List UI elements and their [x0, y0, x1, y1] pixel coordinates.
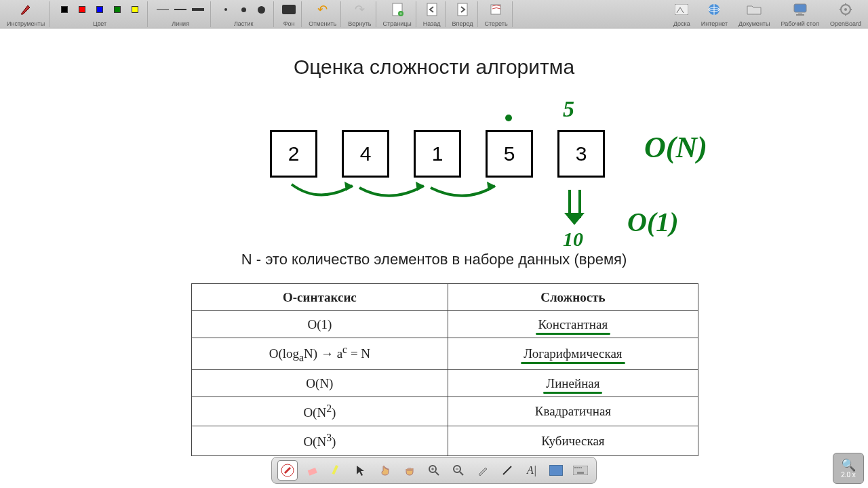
eraser-large-button[interactable] [253, 1, 269, 18]
pages-group: + Страницы [379, 1, 416, 27]
line-thin-button[interactable] [155, 1, 171, 18]
background-button[interactable] [281, 1, 297, 18]
pages-label: Страницы [383, 20, 412, 27]
pointer-tool[interactable] [351, 460, 371, 481]
magnifier-icon: 🔍 [841, 459, 856, 471]
complexity-cell: Константная [448, 311, 698, 338]
add-page-button[interactable]: + [389, 1, 406, 18]
internet-group: Интернет [697, 1, 732, 27]
background-label: Фон [283, 20, 295, 27]
table-header: Сложность [448, 284, 698, 311]
undo-label: Отменить [309, 20, 336, 27]
back-button[interactable] [424, 1, 440, 18]
svg-point-15 [505, 115, 512, 121]
svg-rect-5 [458, 3, 467, 16]
line-thick-button[interactable] [190, 1, 206, 18]
forward-group: Вперед [448, 1, 478, 27]
table-row: O(N2)Квадратичная [192, 397, 698, 426]
board-label: Доска [673, 20, 690, 27]
line-medium-button[interactable] [172, 1, 189, 18]
line-tool[interactable] [497, 460, 517, 481]
zoom-out-tool[interactable] [448, 460, 469, 481]
board-group: Доска [669, 1, 694, 27]
color-swatch[interactable] [92, 1, 108, 18]
table-row: O(logaN) → ac = NЛогарифмическая [192, 338, 698, 370]
color-swatch[interactable] [127, 1, 143, 18]
table-row: O(N3)Кубическая [192, 426, 698, 455]
eraser-label: Ластик [234, 20, 254, 27]
redo-group: ↷ Вернуть [344, 1, 376, 27]
svg-rect-10 [794, 4, 806, 12]
array-box: 4 [342, 130, 389, 178]
grab-tool[interactable] [399, 460, 420, 481]
eraser-group: Ластик [214, 1, 274, 27]
complexity-cell: Логарифмическая [448, 338, 698, 370]
zoom-in-tool[interactable] [424, 460, 444, 481]
tool-dock: A| [271, 457, 597, 484]
array-boxes: 24153 [270, 130, 605, 178]
svg-marker-16 [344, 182, 353, 191]
color-swatch[interactable] [109, 1, 125, 18]
svg-rect-12 [796, 14, 804, 16]
capture-tool[interactable] [546, 460, 566, 481]
erase-button[interactable] [488, 1, 505, 18]
top-toolbar: Инструменты Цвет Линия Ластик Фон ↶ Отме… [0, 0, 868, 28]
undo-group: ↶ Отменить [304, 1, 341, 27]
zoom-level: 2.0 x [841, 471, 856, 479]
openboard-group: OpenBoard [826, 1, 865, 27]
desktop-button[interactable] [792, 1, 808, 18]
svg-rect-21 [308, 468, 317, 476]
stylus-icon[interactable] [18, 1, 34, 18]
svg-marker-17 [416, 182, 424, 191]
color-swatch[interactable] [74, 1, 90, 18]
back-label: Назад [423, 20, 441, 27]
back-group: Назад [419, 1, 446, 27]
background-group: Фон [277, 1, 302, 27]
documents-button[interactable] [746, 1, 762, 18]
board-button[interactable] [673, 1, 690, 18]
svg-text:+: + [399, 12, 402, 16]
eraser-tool[interactable] [302, 460, 322, 481]
svg-rect-35 [578, 467, 580, 468]
laser-tool[interactable] [473, 460, 493, 481]
svg-rect-4 [427, 3, 437, 16]
whiteboard-canvas[interactable]: Оценка сложности алгоритма 24153 N - это… [0, 28, 868, 488]
erase-group: Стереть [481, 1, 513, 27]
table-row: O(N)Линейная [192, 370, 698, 397]
handwriting-ten: 10 [563, 228, 583, 251]
svg-rect-0 [282, 5, 296, 14]
keyboard-tool[interactable] [570, 460, 591, 481]
color-swatch[interactable] [56, 1, 73, 18]
color-label: Цвет [93, 20, 106, 27]
handwriting-five: 5 [563, 96, 574, 122]
eraser-small-button[interactable] [218, 1, 234, 18]
undo-button[interactable]: ↶ [315, 1, 331, 18]
interact-tool[interactable] [375, 460, 395, 481]
redo-label: Вернуть [348, 20, 371, 27]
pen-tool[interactable] [277, 460, 298, 481]
svg-rect-11 [798, 12, 802, 14]
svg-rect-37 [577, 472, 584, 474]
forward-button[interactable] [454, 1, 471, 18]
openboard-button[interactable] [837, 1, 854, 18]
svg-line-24 [435, 472, 439, 475]
complexity-cell: Кубическая [448, 426, 698, 455]
array-box: 5 [486, 130, 533, 178]
svg-marker-19 [564, 213, 585, 225]
complexity-table: О-синтаксисСложность O(1)КонстантнаяO(lo… [191, 283, 698, 456]
array-box: 2 [270, 130, 317, 178]
text-tool[interactable]: A| [521, 460, 542, 481]
table-header: О-синтаксис [192, 284, 448, 311]
redo-button[interactable]: ↷ [351, 1, 368, 18]
zoom-indicator[interactable]: 🔍 2.0 x [833, 453, 864, 484]
tools-label: Инструменты [7, 20, 45, 27]
table-row: O(1)Константная [192, 311, 698, 338]
internet-button[interactable] [706, 1, 722, 18]
line-group: Линия [151, 1, 211, 27]
syntax-cell: O(1) [192, 311, 448, 338]
page-title: Оценка сложности алгоритма [0, 56, 868, 79]
marker-tool[interactable] [326, 460, 347, 481]
svg-rect-31 [549, 465, 563, 476]
eraser-medium-button[interactable] [235, 1, 252, 18]
svg-rect-34 [576, 467, 578, 468]
